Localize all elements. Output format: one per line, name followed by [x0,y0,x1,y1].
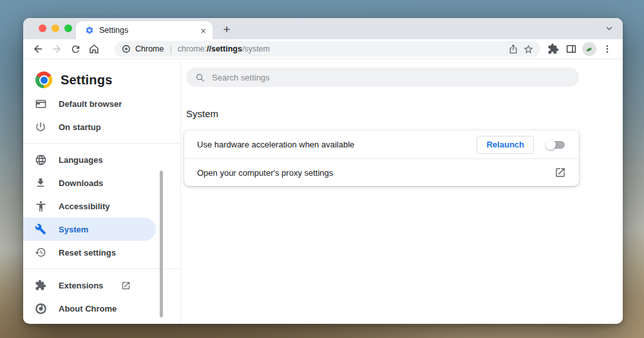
sidebar-item-on-startup[interactable]: On startup [23,115,180,138]
site-chrome-icon [122,44,131,53]
search-settings-bar[interactable] [186,68,579,87]
globe-icon [34,153,47,166]
hardware-acceleration-toggle[interactable] [547,141,565,149]
sidebar-item-label: Accessibility [59,202,110,211]
system-settings-card: Use hardware acceleration when available… [184,131,579,186]
power-icon [34,120,47,133]
sidebar-item-label: On startup [59,122,101,132]
row-label: Use hardware acceleration when available [197,140,464,149]
sidebar-divider [23,143,180,144]
accessibility-icon [34,200,47,212]
avatar [582,42,596,56]
sidebar-scrollbar[interactable] [160,171,163,317]
share-icon[interactable] [508,44,518,54]
sidebar-item-default-browser[interactable]: Default browser [23,92,180,115]
close-window-button[interactable] [39,24,46,32]
sidebar-item-about-chrome[interactable]: About Chrome [23,297,180,320]
download-icon [34,176,47,189]
page-url: chrome://settings/system [178,44,270,53]
page-title: Settings [61,73,113,88]
address-bar[interactable]: Chrome | chrome://settings/system [115,41,540,57]
settings-page: Settings Default browser On startup L [23,59,623,323]
proxy-settings-row[interactable]: Open your computer's proxy settings [184,158,579,186]
wrench-icon [34,223,47,236]
extensions-puzzle-icon[interactable] [544,41,562,57]
browser-window: Settings × + Chrome | chrome://settings/… [23,18,623,324]
sidebar-item-system[interactable]: System [23,218,156,241]
toggle-knob [545,140,556,150]
tab-title: Settings [99,26,195,35]
sidebar-item-languages[interactable]: Languages [23,148,180,171]
sidebar-item-label: Default browser [59,99,122,109]
sidebar-item-label: Extensions [59,281,103,290]
row-label: Open your computer's proxy settings [197,168,542,178]
puzzle-icon [34,279,47,292]
tab-settings[interactable]: Settings × [76,21,213,39]
browser-menu-icon[interactable] [598,41,616,57]
relaunch-button[interactable]: Relaunch [477,136,534,154]
settings-header: Settings [23,59,180,92]
reload-button[interactable] [67,41,84,57]
settings-content: System Use hardware acceleration when av… [181,59,623,323]
hardware-acceleration-row: Use hardware acceleration when available… [184,131,579,158]
forward-button[interactable] [48,41,65,57]
history-restore-icon [34,246,47,259]
url-separator: | [169,44,171,54]
minimize-window-button[interactable] [52,24,59,32]
bookmark-star-icon[interactable] [523,44,534,55]
sidebar-item-label: Downloads [59,178,103,188]
browser-toolbar: Chrome | chrome://settings/system [23,39,623,59]
new-tab-button[interactable]: + [219,22,234,37]
chrome-outline-icon [34,302,47,315]
browser-window-icon [34,97,47,110]
settings-gear-icon [85,26,94,35]
traffic-lights [39,24,72,32]
back-button[interactable] [30,41,46,57]
site-label: Chrome [135,44,164,53]
chrome-logo-icon [35,71,52,88]
search-icon [195,73,205,82]
sidebar-item-label: Reset settings [59,248,116,258]
home-button[interactable] [86,41,102,57]
side-panel-icon[interactable] [562,41,580,57]
search-input[interactable] [212,73,570,82]
sidebar-item-extensions[interactable]: Extensions [23,274,180,297]
sidebar-item-label: Languages [59,155,103,165]
section-title: System [186,108,623,121]
sidebar-item-accessibility[interactable]: Accessibility [23,194,180,218]
open-in-new-icon [554,167,566,178]
chevron-down-icon[interactable] [605,24,614,33]
sidebar-item-label: About Chrome [59,304,117,314]
sidebar-item-downloads[interactable]: Downloads [23,171,180,194]
tab-strip: Settings × + [23,18,623,39]
zoom-window-button[interactable] [64,24,72,32]
tab-close-icon[interactable]: × [200,26,206,35]
sidebar-item-label: System [59,225,88,234]
open-in-new-icon [121,281,131,290]
settings-sidebar: Settings Default browser On startup L [23,59,181,323]
sidebar-item-reset-settings[interactable]: Reset settings [23,241,180,264]
sidebar-divider [23,268,180,269]
profile-avatar[interactable] [580,41,598,57]
